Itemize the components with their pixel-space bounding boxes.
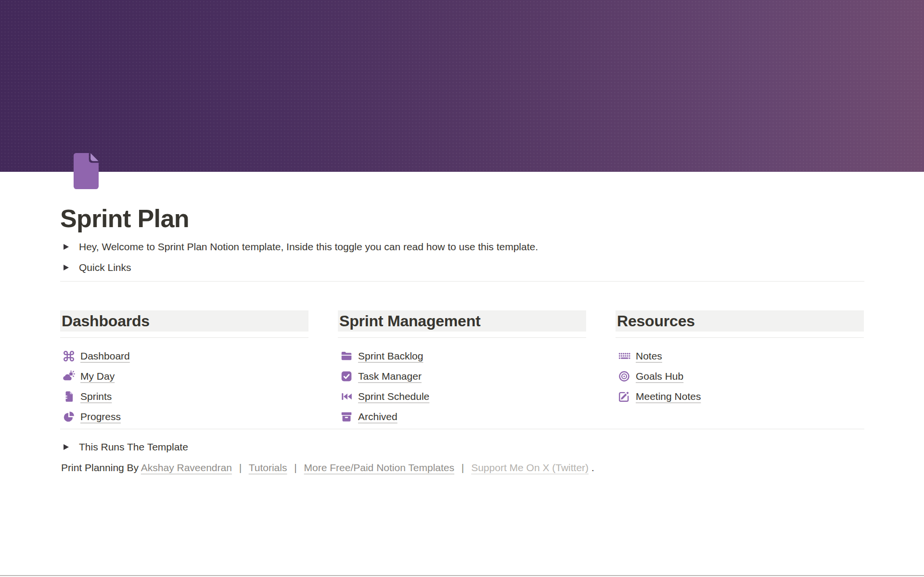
toggle-triangle-icon[interactable] (64, 244, 69, 250)
link-list: Dashboard (60, 346, 308, 427)
page-link-meeting-notes[interactable]: Meeting Notes (616, 386, 864, 407)
command-icon (63, 350, 75, 362)
page-link-my-day[interactable]: My Day (60, 366, 308, 386)
link-list: Notes Goals Hub (616, 346, 864, 407)
page-link-label: Goals Hub (636, 371, 683, 382)
toggle-triangle-icon[interactable] (64, 265, 69, 270)
toggle-quick-links[interactable]: Quick Links (60, 257, 131, 278)
page-link-label: Sprint Backlog (358, 350, 423, 362)
separator: | (294, 462, 296, 473)
footer-link-tutorials[interactable]: Tutorials (249, 462, 287, 473)
column-header-dashboards: Dashboards (60, 310, 308, 332)
checkbox-icon (340, 370, 353, 383)
toggle-welcome[interactable]: Hey, Welcome to Sprint Plan Notion templ… (60, 237, 538, 257)
footer-link-author[interactable]: Akshay Raveendran (141, 462, 232, 473)
toggle-runs-template-label: This Runs The Template (79, 441, 188, 453)
page-icon-document[interactable] (70, 152, 102, 190)
rewind-icon (340, 390, 353, 403)
notion-page: Sprint Plan Hey, Welcome to Sprint Plan … (0, 0, 924, 577)
toggle-triangle-icon[interactable] (64, 444, 69, 450)
footer-link-twitter[interactable]: Support Me On X (Twitter) (471, 462, 589, 473)
page-link-label: Task Manager (358, 371, 422, 382)
divider (616, 337, 864, 338)
sun-behind-cloud-icon (63, 370, 75, 383)
document-icon (63, 390, 75, 403)
page-link-sprints[interactable]: Sprints (60, 386, 308, 407)
page-link-notes[interactable]: Notes (616, 346, 864, 366)
page-link-label: Sprints (80, 391, 112, 402)
window-bottom-edge (0, 575, 924, 576)
footer-credits: Print Planning By Akshay Raveendran | Tu… (61, 460, 594, 476)
pie-chart-icon (63, 410, 75, 423)
toggle-runs-template[interactable]: This Runs The Template (60, 437, 188, 457)
page-link-label: Sprint Schedule (358, 391, 429, 402)
toggle-quick-links-label: Quick Links (79, 262, 131, 273)
document-icon (70, 152, 102, 190)
divider (60, 337, 308, 338)
page-link-label: Progress (80, 411, 121, 423)
footer-prefix: Print Planning By (61, 462, 141, 473)
footer-suffix: . (591, 462, 594, 473)
column-sprint-management: Sprint Management Sprint Backlog (338, 310, 586, 427)
folder-icon (340, 350, 353, 362)
page-link-task-manager[interactable]: Task Manager (338, 366, 586, 386)
divider (60, 281, 864, 282)
page-link-sprint-schedule[interactable]: Sprint Schedule (338, 386, 586, 407)
page-link-dashboard[interactable]: Dashboard (60, 346, 308, 366)
page-link-archived[interactable]: Archived (338, 407, 586, 427)
page-link-label: My Day (80, 371, 115, 382)
edit-icon (618, 390, 630, 403)
column-resources: Resources Notes (616, 310, 864, 427)
column-dashboards: Dashboards Dashboard (60, 310, 308, 427)
divider (60, 429, 864, 429)
keyboard-icon (618, 350, 630, 362)
page-link-label: Notes (636, 350, 662, 362)
separator: | (239, 462, 242, 473)
column-header-resources: Resources (616, 310, 864, 332)
archive-box-icon (340, 410, 353, 423)
page-link-goals-hub[interactable]: Goals Hub (616, 366, 864, 386)
separator: | (462, 462, 464, 473)
page-link-label: Meeting Notes (636, 391, 701, 402)
target-icon (618, 370, 630, 383)
columns-section: Dashboards Dashboard (60, 310, 864, 427)
page-link-label: Dashboard (80, 350, 130, 362)
toggle-welcome-label: Hey, Welcome to Sprint Plan Notion templ… (79, 241, 538, 253)
link-list: Sprint Backlog Task Manager (338, 346, 586, 427)
column-header-sprint-management: Sprint Management (338, 310, 586, 332)
cover-image (0, 0, 924, 172)
page-link-label: Archived (358, 411, 398, 423)
page-link-sprint-backlog[interactable]: Sprint Backlog (338, 346, 586, 366)
page-title: Sprint Plan (60, 205, 189, 232)
divider (338, 337, 586, 338)
footer-link-templates[interactable]: More Free/Paid Notion Templates (304, 462, 454, 473)
page-link-progress[interactable]: Progress (60, 407, 308, 427)
